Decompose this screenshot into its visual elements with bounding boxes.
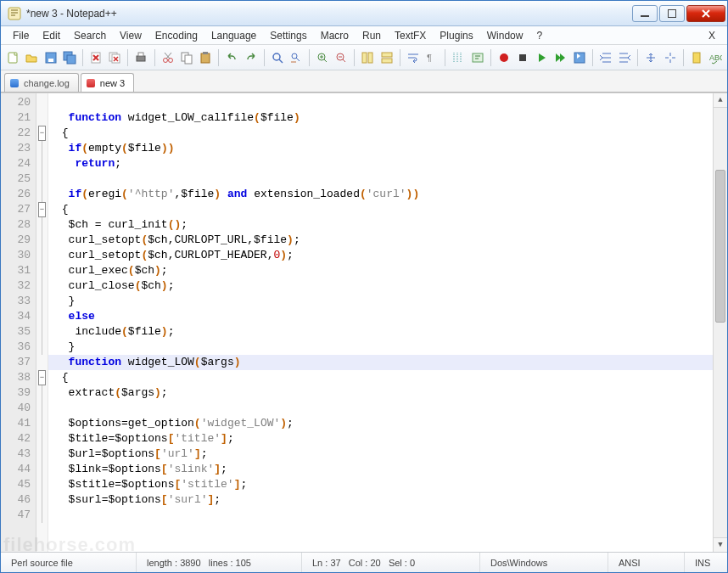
code-line[interactable]: $ch = curl_init(); [55, 217, 713, 233]
tab-change-log[interactable]: change.log [4, 73, 79, 92]
play-icon[interactable] [533, 48, 550, 67]
menu-search[interactable]: Search [67, 28, 113, 43]
vertical-scrollbar[interactable]: ▲ ▼ [713, 93, 727, 552]
code-line[interactable]: $title=$options['title']; [55, 431, 713, 447]
sync-v-icon[interactable] [359, 48, 376, 67]
status-eol: Dos\Windows [480, 553, 608, 572]
svg-rect-24 [368, 53, 372, 63]
bookmark-icon[interactable] [688, 48, 705, 67]
expand-icon[interactable] [661, 48, 678, 67]
outdent-icon[interactable] [597, 48, 614, 67]
code-line[interactable]: { [55, 370, 713, 385]
code-line[interactable]: if(eregi('^http',$file) and extension_lo… [55, 187, 713, 202]
menu-file[interactable]: File [6, 28, 36, 43]
code-line[interactable]: $stitle=$options['stitle']; [55, 477, 713, 492]
replace-icon[interactable] [288, 48, 305, 67]
menu-language[interactable]: Language [204, 28, 263, 43]
menu-encoding[interactable]: Encoding [148, 28, 204, 43]
scroll-up-arrow-icon[interactable]: ▲ [714, 93, 727, 108]
code-line[interactable]: { [55, 126, 713, 141]
menu-run[interactable]: Run [356, 28, 388, 43]
svg-rect-16 [185, 55, 192, 64]
line-number: 25 [1, 171, 31, 187]
fold-toggle-icon[interactable]: − [38, 202, 46, 217]
code-content[interactable]: function widget_LOW_callfile($file) { if… [48, 93, 713, 552]
fold-guide [42, 217, 42, 233]
scroll-down-arrow-icon[interactable]: ▼ [714, 537, 727, 552]
open-file-icon[interactable] [23, 48, 40, 67]
code-line[interactable]: include($file); [55, 324, 713, 340]
menu-settings[interactable]: Settings [263, 28, 313, 43]
indent-icon[interactable] [616, 48, 633, 67]
code-line[interactable]: return; [55, 156, 713, 171]
play-multi-icon[interactable] [552, 48, 568, 67]
collapse-icon[interactable] [642, 48, 659, 67]
save-icon[interactable] [42, 48, 59, 67]
zoom-in-icon[interactable] [314, 48, 331, 67]
save-all-icon[interactable] [61, 48, 78, 67]
stop-icon[interactable] [514, 48, 531, 67]
svg-rect-3 [8, 53, 17, 63]
code-line[interactable]: $options=get_option('widget_LOW'); [55, 416, 713, 431]
code-line[interactable]: if(empty($file)) [55, 141, 713, 156]
fold-toggle-icon[interactable]: − [38, 126, 46, 141]
new-file-icon[interactable] [4, 48, 21, 67]
fold-guide [42, 263, 42, 278]
close-all-icon[interactable] [106, 48, 123, 67]
sync-h-icon[interactable] [378, 48, 395, 67]
code-line[interactable]: } [55, 340, 713, 355]
close-icon[interactable] [87, 48, 104, 67]
minimize-button[interactable] [632, 5, 658, 22]
tab-new--3[interactable]: new 3 [81, 73, 134, 92]
whitespace-icon[interactable]: ¶ [423, 48, 440, 67]
paste-icon[interactable] [197, 48, 214, 67]
redo-icon[interactable] [242, 48, 259, 67]
cut-icon[interactable] [159, 48, 176, 67]
save-macro-icon[interactable] [571, 48, 588, 67]
code-line[interactable] [55, 401, 713, 416]
code-line[interactable] [55, 508, 713, 523]
wrap-icon[interactable] [405, 48, 422, 67]
record-icon[interactable] [496, 48, 512, 67]
toolbar-separator [82, 49, 83, 66]
code-line[interactable]: extract($args); [55, 385, 713, 401]
menu-macro[interactable]: Macro [314, 28, 356, 43]
find-icon[interactable] [269, 48, 286, 67]
code-line[interactable]: curl_exec($ch); [55, 263, 713, 278]
code-line[interactable] [55, 171, 713, 187]
code-line[interactable]: curl_setopt($ch,CURLOPT_URL,$file); [55, 233, 713, 248]
code-line[interactable]: { [55, 202, 713, 217]
code-line[interactable]: function widget_LOW_callfile($file) [55, 110, 713, 126]
code-line[interactable]: $url=$options['url']; [55, 447, 713, 462]
fold-column[interactable]: −−− [36, 93, 48, 552]
spellcheck-icon[interactable]: ABC [707, 48, 724, 67]
code-editor[interactable]: 2021222324252627282930313233343536373839… [1, 93, 727, 552]
menu-close-doc[interactable]: X [702, 28, 722, 43]
menu-view[interactable]: View [113, 28, 148, 43]
menu-[interactable]: ? [529, 28, 549, 43]
print-icon[interactable] [132, 48, 149, 67]
menu-window[interactable]: Window [480, 28, 530, 43]
maximize-button[interactable] [659, 5, 685, 22]
menu-textfx[interactable]: TextFX [388, 28, 433, 43]
copy-icon[interactable] [178, 48, 195, 67]
close-window-button[interactable] [686, 5, 725, 22]
tab-label: new 3 [100, 78, 125, 88]
code-line[interactable] [55, 95, 713, 110]
code-line[interactable]: function widget_LOW($args) [48, 355, 713, 370]
code-line[interactable]: $link=$options['slink']; [55, 462, 713, 477]
code-line[interactable]: } [55, 294, 713, 309]
menu-edit[interactable]: Edit [36, 28, 67, 43]
zoom-out-icon[interactable] [333, 48, 350, 67]
undo-icon[interactable] [223, 48, 240, 67]
svg-rect-32 [693, 53, 700, 63]
indent-guide-icon[interactable] [450, 48, 467, 67]
code-line[interactable]: $surl=$options['surl']; [55, 492, 713, 508]
menu-plugins[interactable]: Plugins [433, 28, 479, 43]
lang-icon[interactable] [468, 48, 485, 67]
code-line[interactable]: curl_setopt($ch,CURLOPT_HEADER,0); [55, 248, 713, 263]
fold-toggle-icon[interactable]: − [38, 370, 46, 385]
scroll-thumb[interactable] [715, 170, 725, 323]
code-line[interactable]: else [55, 309, 713, 324]
code-line[interactable]: curl_close($ch); [55, 278, 713, 294]
